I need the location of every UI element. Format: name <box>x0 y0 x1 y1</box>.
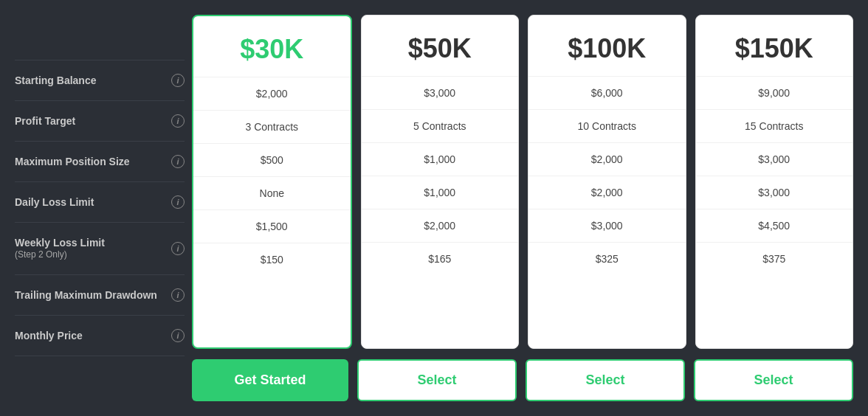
plan-row-100k-0: $6,000 <box>528 77 686 110</box>
plan-row-150k-1: 15 Contracts <box>696 110 853 143</box>
sidebar-label-weekly-loss: Weekly Loss Limit (Step 2 Only) <box>15 236 105 261</box>
info-icon-monthly-price[interactable]: i <box>171 329 185 342</box>
info-icon-daily-loss[interactable]: i <box>171 195 185 209</box>
plan-card-30k: $30K$2,0003 Contracts$500None$1,500$150 <box>192 15 352 349</box>
plan-row-150k-5: $375 <box>696 243 853 275</box>
plan-row-50k-1: 5 Contracts <box>362 110 519 143</box>
plan-card-50k: $50K$3,0005 Contracts$1,000$1,000$2,000$… <box>361 15 520 349</box>
plan-row-150k-0: $9,000 <box>696 77 853 110</box>
plan-row-150k-3: $3,000 <box>696 176 853 209</box>
plan-title-50k: $50K <box>373 33 507 64</box>
plan-header-50k: $50K <box>362 15 519 77</box>
info-icon-weekly-loss[interactable]: i <box>171 242 185 255</box>
info-icon-starting-balance[interactable]: i <box>171 74 185 87</box>
plan-row-30k-0: $2,000 <box>193 77 351 111</box>
plan-card-100k: $100K$6,00010 Contracts$2,000$2,000$3,00… <box>528 15 686 349</box>
plan-row-100k-1: 10 Contracts <box>528 110 686 143</box>
plans-grid: $30K$2,0003 Contracts$500None$1,500$150$… <box>192 15 853 349</box>
info-icon-trailing-drawdown[interactable]: i <box>171 288 185 302</box>
plan-row-30k-5: $150 <box>193 243 351 276</box>
sidebar-row-max-position: Maximum Position Size i <box>15 142 185 182</box>
plan-row-100k-3: $2,000 <box>528 176 686 209</box>
sidebar-row-trailing-drawdown: Trailing Maximum Drawdown i <box>15 275 185 316</box>
sidebar: Starting Balance i Profit Target i Maxim… <box>15 15 192 401</box>
plan-row-50k-3: $1,000 <box>362 176 519 209</box>
plan-row-100k-2: $2,000 <box>528 143 686 176</box>
pricing-container: Starting Balance i Profit Target i Maxim… <box>15 15 853 401</box>
sidebar-label-starting-balance: Starting Balance <box>15 74 96 87</box>
plan-title-100k: $100K <box>540 33 674 64</box>
plan-title-30k: $30K <box>205 34 339 65</box>
plan-rows-30k: $2,0003 Contracts$500None$1,500$150 <box>193 77 351 347</box>
sidebar-row-monthly-price: Monthly Price i <box>15 316 185 356</box>
button-150k[interactable]: Select <box>694 359 853 401</box>
plan-row-50k-4: $2,000 <box>362 209 519 243</box>
plan-rows-50k: $3,0005 Contracts$1,000$1,000$2,000$165 <box>362 77 519 348</box>
sidebar-label-max-position: Maximum Position Size <box>15 155 130 168</box>
button-100k[interactable]: Select <box>526 359 685 401</box>
plan-row-100k-4: $3,000 <box>528 209 686 243</box>
sidebar-label-monthly-price: Monthly Price <box>15 329 83 342</box>
sidebar-row-daily-loss: Daily Loss Limit i <box>15 182 185 223</box>
plan-row-50k-5: $165 <box>362 243 519 275</box>
plan-row-150k-2: $3,000 <box>696 143 853 176</box>
plan-row-50k-0: $3,000 <box>362 77 519 110</box>
plan-header-100k: $100K <box>528 15 686 77</box>
plan-rows-150k: $9,00015 Contracts$3,000$3,000$4,500$375 <box>696 77 853 348</box>
sidebar-label-trailing-drawdown: Trailing Maximum Drawdown <box>15 288 157 302</box>
plan-row-100k-5: $325 <box>528 243 686 275</box>
plan-row-30k-2: $500 <box>193 144 351 177</box>
plan-title-150k: $150K <box>708 33 841 64</box>
plans-area: $30K$2,0003 Contracts$500None$1,500$150$… <box>192 15 853 401</box>
buttons-row: Get StartedSelectSelectSelect <box>192 359 853 401</box>
plan-row-30k-1: 3 Contracts <box>193 111 351 144</box>
plan-rows-100k: $6,00010 Contracts$2,000$2,000$3,000$325 <box>528 77 686 348</box>
sidebar-label-profit-target: Profit Target <box>15 114 75 128</box>
plan-header-30k: $30K <box>193 16 351 77</box>
sidebar-row-starting-balance: Starting Balance i <box>15 60 185 101</box>
button-30k[interactable]: Get Started <box>192 359 348 401</box>
button-50k[interactable]: Select <box>357 359 517 401</box>
sidebar-row-profit-target: Profit Target i <box>15 101 185 142</box>
sidebar-label-daily-loss: Daily Loss Limit <box>15 195 94 209</box>
info-icon-profit-target[interactable]: i <box>171 114 185 128</box>
info-icon-max-position[interactable]: i <box>171 155 185 168</box>
plan-row-30k-4: $1,500 <box>193 210 351 243</box>
plan-card-150k: $150K$9,00015 Contracts$3,000$3,000$4,50… <box>695 15 854 349</box>
plan-header-150k: $150K <box>696 15 853 77</box>
plan-row-150k-4: $4,500 <box>696 209 853 243</box>
plan-row-30k-3: None <box>193 177 351 210</box>
sidebar-row-weekly-loss: Weekly Loss Limit (Step 2 Only) i <box>15 223 185 275</box>
plan-row-50k-2: $1,000 <box>362 143 519 176</box>
